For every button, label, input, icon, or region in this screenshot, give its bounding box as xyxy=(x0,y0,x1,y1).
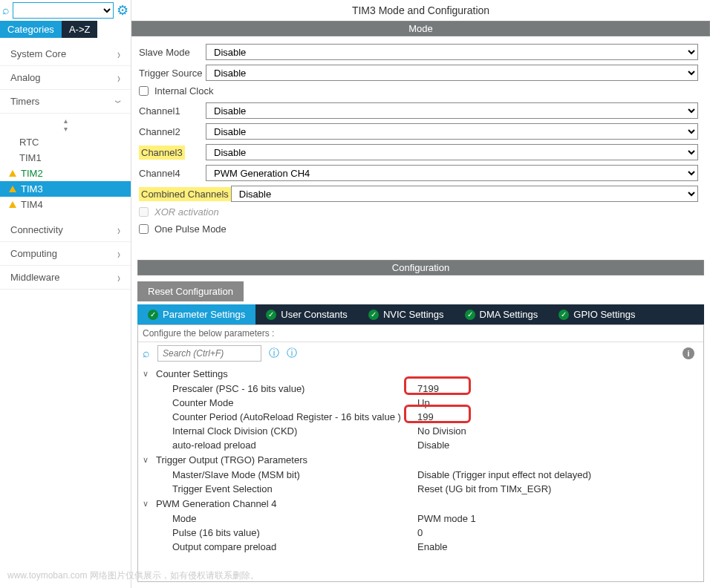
category-analog[interactable]: Analog › xyxy=(0,66,131,90)
category-label: Analog xyxy=(10,72,40,83)
channel3-label: Channel3 xyxy=(139,147,206,158)
one-pulse-checkbox[interactable] xyxy=(139,224,149,234)
search-icon: ⌕ xyxy=(2,4,10,17)
timer-label: TIM2 xyxy=(21,168,43,179)
check-icon: ✓ xyxy=(465,310,475,320)
param-row[interactable]: Counter ModeUp xyxy=(143,396,699,410)
param-key: Output compare preload xyxy=(172,541,417,552)
peripheral-combo[interactable] xyxy=(13,2,114,19)
info-icon[interactable]: i xyxy=(683,347,694,359)
tab-label: User Constants xyxy=(281,309,348,320)
category-connectivity[interactable]: Connectivity › xyxy=(0,218,131,242)
trigger-source-label: Trigger Source xyxy=(139,68,206,79)
param-val: 0 xyxy=(417,527,423,538)
group-trgo[interactable]: ∨ Trigger Output (TRGO) Parameters xyxy=(143,452,699,468)
channel2-select[interactable]: Disable xyxy=(206,123,698,140)
config-header: Configuration xyxy=(137,260,704,275)
chevron-right-icon: › xyxy=(117,269,120,285)
timer-tim2[interactable]: TIM2 xyxy=(0,166,131,181)
check-icon: ✓ xyxy=(266,310,276,320)
next-match-icon[interactable]: ⓘ xyxy=(287,347,297,360)
combined-channels-select[interactable]: Disable xyxy=(231,186,698,202)
main-panel: TIM3 Mode and Configuration Mode Slave M… xyxy=(131,0,710,588)
mode-body: Slave Mode Disable Trigger Source Disabl… xyxy=(131,36,710,248)
sort-handle-icon[interactable]: ▴▾ xyxy=(0,115,131,134)
param-key: Internal Clock Division (CKD) xyxy=(172,425,417,437)
xor-label: XOR activation xyxy=(154,206,219,218)
param-val: Disable xyxy=(417,440,449,451)
param-row[interactable]: Internal Clock Division (CKD)No Division xyxy=(143,424,699,438)
group-pwm-ch4[interactable]: ∨ PWM Generation Channel 4 xyxy=(143,496,699,512)
param-row[interactable]: Trigger Event SelectionReset (UG bit fro… xyxy=(143,482,699,496)
category-label: Timers xyxy=(10,96,39,107)
timer-rtc[interactable]: RTC xyxy=(0,134,131,150)
param-row[interactable]: Output compare preloadEnable xyxy=(143,540,699,554)
timer-label: TIM4 xyxy=(21,199,43,210)
param-val: Up xyxy=(417,397,430,408)
category-label: System Core xyxy=(10,48,66,59)
param-val: No Division xyxy=(417,425,466,437)
expand-icon: ∨ xyxy=(143,455,152,465)
channel4-select[interactable]: PWM Generation CH4 xyxy=(206,165,698,181)
tab-dma-settings[interactable]: ✓ DMA Settings xyxy=(455,304,549,324)
trigger-source-select[interactable]: Disable xyxy=(206,65,698,81)
channel1-select[interactable]: Disable xyxy=(206,102,698,119)
tab-nvic-settings[interactable]: ✓ NVIC Settings xyxy=(358,304,455,324)
timer-tim3[interactable]: TIM3 xyxy=(0,181,131,197)
category-system-core[interactable]: System Core › xyxy=(0,42,131,66)
param-val: 7199 xyxy=(417,383,439,394)
param-val: PWM mode 1 xyxy=(417,513,476,524)
timer-tim1[interactable]: TIM1 xyxy=(0,150,131,166)
param-key: Counter Mode xyxy=(172,397,417,408)
category-middleware[interactable]: Middleware › xyxy=(0,266,131,290)
param-row[interactable]: Counter Period (AutoReload Register - 16… xyxy=(143,410,699,424)
timer-label: RTC xyxy=(19,137,39,148)
check-icon: ✓ xyxy=(148,310,158,320)
channel2-label: Channel2 xyxy=(139,126,206,137)
chevron-right-icon: › xyxy=(117,245,120,261)
xor-checkbox xyxy=(139,207,149,217)
prev-match-icon[interactable]: ⓘ xyxy=(269,347,279,360)
warning-icon xyxy=(9,170,16,177)
tab-user-constants[interactable]: ✓ User Constants xyxy=(255,304,358,324)
expand-icon: ∨ xyxy=(143,369,152,379)
internal-clock-checkbox[interactable] xyxy=(139,86,149,96)
category-label: Connectivity xyxy=(10,224,63,235)
internal-clock-label: Internal Clock xyxy=(154,85,213,97)
param-row[interactable]: ModePWM mode 1 xyxy=(143,512,699,526)
param-val: Reset (UG bit from TIMx_EGR) xyxy=(417,483,551,494)
param-key: Trigger Event Selection xyxy=(172,483,417,494)
category-label: Middleware xyxy=(10,272,59,283)
param-search-input[interactable] xyxy=(157,345,261,362)
gear-icon[interactable]: ⚙ xyxy=(117,2,128,19)
param-val: Enable xyxy=(417,541,447,552)
timer-tim4[interactable]: TIM4 xyxy=(0,197,131,212)
reset-config-button[interactable]: Reset Configuration xyxy=(137,281,244,301)
param-row[interactable]: auto-reload preloadDisable xyxy=(143,438,699,452)
param-row[interactable]: Prescaler (PSC - 16 bits value)7199 xyxy=(143,382,699,396)
param-row[interactable]: Pulse (16 bits value)0 xyxy=(143,526,699,540)
param-key: Prescaler (PSC - 16 bits value) xyxy=(172,383,417,394)
chevron-right-icon: › xyxy=(117,45,120,62)
tab-gpio-settings[interactable]: ✓ GPIO Settings xyxy=(548,304,645,324)
group-label: Trigger Output (TRGO) Parameters xyxy=(156,454,307,466)
category-computing[interactable]: Computing › xyxy=(0,242,131,266)
param-row[interactable]: Master/Slave Mode (MSM bit)Disable (Trig… xyxy=(143,468,699,482)
tab-categories[interactable]: Categories xyxy=(0,21,62,38)
tab-label: DMA Settings xyxy=(480,309,538,320)
check-icon: ✓ xyxy=(558,310,569,320)
mode-header: Mode xyxy=(131,21,710,36)
tab-az[interactable]: A->Z xyxy=(62,21,98,38)
chevron-down-icon: › xyxy=(111,100,127,103)
channel1-label: Channel1 xyxy=(139,105,206,117)
page-title: TIM3 Mode and Configuration xyxy=(131,0,710,21)
category-timers[interactable]: Timers › xyxy=(0,90,131,114)
group-counter-settings[interactable]: ∨ Counter Settings xyxy=(143,366,699,382)
param-key: Pulse (16 bits value) xyxy=(172,527,417,538)
sidebar: ⌕ ⚙ Categories A->Z System Core › Analog… xyxy=(0,0,131,588)
channel3-select[interactable]: Disable xyxy=(206,144,698,160)
config-note: Configure the below parameters : xyxy=(138,325,703,342)
chevron-right-icon: › xyxy=(117,221,120,238)
slave-mode-select[interactable]: Disable xyxy=(206,44,698,60)
tab-parameter-settings[interactable]: ✓ Parameter Settings xyxy=(137,304,255,324)
